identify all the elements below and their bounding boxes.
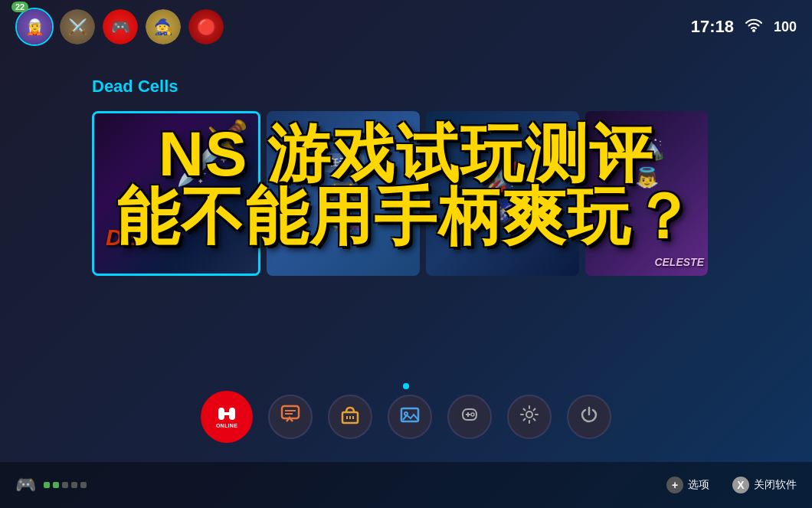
nav-btn-power[interactable] [567, 395, 611, 439]
status-dots [44, 482, 87, 488]
dot-5 [80, 482, 87, 488]
game-card-celeste[interactable]: 🏔️ 👼 CELESTE [585, 111, 708, 276]
close-btn[interactable]: X 关闭软件 [732, 477, 797, 493]
nav-btn-album[interactable] [388, 395, 432, 439]
game-card-dead-cells[interactable]: 🗡️ DE [92, 111, 260, 276]
bottom-nav: ONLINE [0, 379, 812, 454]
chat-icon [280, 405, 300, 429]
notification-badge: 22 [11, 2, 28, 12]
status-left: 🎮 [15, 475, 87, 495]
game-card-space[interactable]: 🚀 🌌 [426, 111, 579, 276]
close-label: 关闭软件 [754, 478, 797, 492]
user-avatars: 22 🧝 ⚔️ 🎮 🧙 🔴 [15, 8, 225, 46]
nav-btn-shop[interactable] [328, 395, 372, 439]
status-right: + 选项 X 关闭软件 [666, 477, 797, 493]
options-btn[interactable]: + 选项 [666, 477, 709, 493]
avatar-5[interactable]: 🔴 [187, 8, 225, 46]
controller-icon [460, 405, 480, 429]
nav-indicator [403, 383, 409, 389]
game-cards: 🗡️ DE 任天堂 🎮 ⚔️👾 🚀 🌌 🏔️ [92, 111, 812, 276]
game-title: Dead Cells [92, 77, 178, 97]
game-card-nintendo[interactable]: 任天堂 🎮 ⚔️👾 [267, 111, 420, 276]
game-title-area: Dead Cells [92, 77, 178, 108]
avatar-2[interactable]: ⚔️ [58, 8, 97, 46]
settings-icon [519, 405, 539, 429]
top-right: 17:18 100 [691, 17, 797, 37]
nav-btn-settings[interactable] [507, 395, 552, 439]
avatar-4[interactable]: 🧙 [144, 8, 182, 46]
dot-2 [53, 482, 59, 488]
plus-icon: + [666, 477, 683, 493]
top-bar: 22 🧝 ⚔️ 🎮 🧙 🔴 17:18 100 [0, 0, 812, 54]
wifi-icon [745, 18, 762, 36]
controller-small-icon: 🎮 [15, 475, 36, 495]
x-icon: X [732, 477, 749, 493]
dot-4 [71, 482, 77, 488]
status-bar: 🎮 + 选项 X 关闭软件 [0, 462, 812, 508]
svg-point-15 [526, 411, 532, 418]
nav-btn-online[interactable]: ONLINE [201, 391, 253, 443]
svg-point-14 [471, 413, 474, 416]
avatar-1[interactable]: 🧝 [15, 8, 54, 46]
nav-btn-news[interactable] [268, 395, 313, 439]
power-icon [579, 405, 599, 429]
dot-3 [62, 482, 68, 488]
album-icon [400, 405, 420, 429]
svg-rect-2 [223, 412, 231, 415]
clock: 17:18 [691, 17, 734, 37]
nav-btn-controller[interactable] [447, 395, 492, 439]
battery-level: 100 [774, 19, 797, 35]
options-label: 选项 [688, 478, 709, 492]
svg-rect-3 [282, 406, 299, 418]
dot-1 [44, 482, 50, 488]
avatar-3[interactable]: 🎮 [101, 8, 139, 46]
shop-icon [340, 405, 360, 429]
